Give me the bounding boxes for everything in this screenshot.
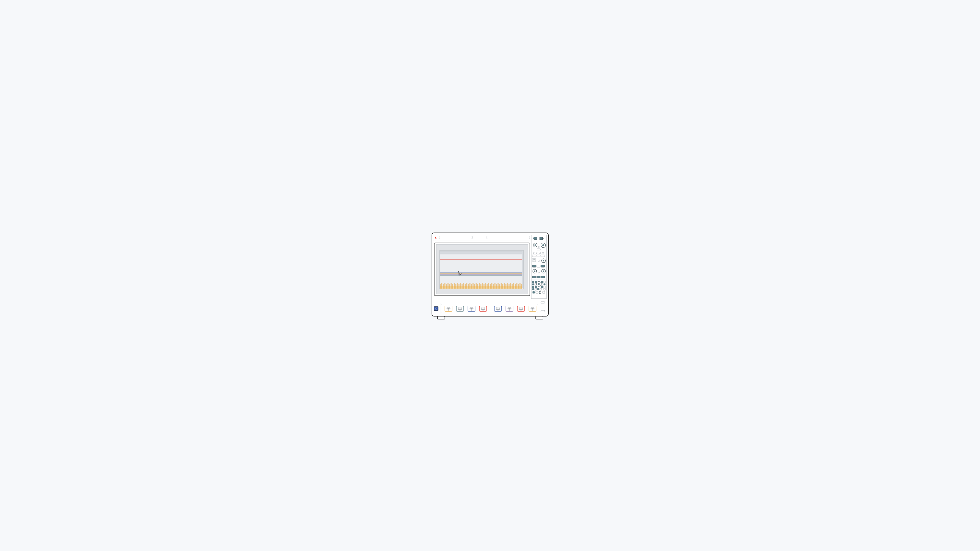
svg-point-49 — [543, 270, 544, 272]
svg-rect-70 — [537, 288, 539, 290]
svg-rect-118 — [541, 310, 545, 312]
svg-point-92 — [460, 308, 460, 309]
svg-rect-73 — [533, 291, 535, 294]
svg-point-27 — [542, 244, 544, 246]
svg-point-59 — [538, 283, 539, 285]
svg-point-96 — [471, 308, 472, 309]
svg-rect-50 — [532, 276, 536, 278]
svg-rect-9 — [440, 251, 523, 289]
bnc-ch6[interactable] — [506, 306, 513, 311]
svg-rect-60 — [532, 283, 534, 286]
svg-rect-55 — [535, 281, 537, 283]
bnc-ch2[interactable] — [456, 306, 464, 311]
svg-rect-54 — [532, 281, 534, 283]
svg-rect-2 — [536, 316, 543, 319]
svg-point-108 — [509, 308, 510, 309]
bnc-ch4[interactable] — [479, 306, 487, 311]
svg-rect-51 — [537, 276, 540, 278]
svg-point-116 — [532, 308, 533, 309]
svg-rect-11 — [440, 252, 522, 253]
oscilloscope-illustration — [312, 175, 668, 376]
bnc-ch7[interactable] — [517, 306, 525, 311]
svg-point-41 — [543, 260, 544, 261]
svg-point-104 — [498, 308, 498, 309]
svg-rect-65 — [535, 286, 537, 288]
svg-rect-1 — [438, 316, 445, 319]
control-panel — [531, 235, 546, 299]
button-row-2[interactable] — [532, 276, 545, 278]
small-button[interactable] — [537, 249, 541, 250]
svg-rect-64 — [532, 286, 534, 288]
svg-rect-42 — [532, 265, 536, 267]
svg-point-100 — [482, 308, 483, 309]
bnc-ch3[interactable] — [468, 306, 475, 311]
svg-rect-52 — [541, 276, 545, 278]
svg-rect-63 — [544, 283, 546, 286]
svg-point-88 — [448, 308, 449, 309]
svg-point-38 — [533, 260, 534, 261]
svg-rect-44 — [541, 265, 545, 267]
svg-point-76 — [539, 292, 540, 293]
svg-rect-117 — [541, 302, 545, 303]
power-button[interactable] — [434, 306, 438, 311]
device-feet — [438, 316, 543, 319]
svg-point-46 — [534, 270, 535, 272]
svg-rect-68 — [532, 288, 534, 290]
bnc-ch8[interactable] — [529, 306, 536, 311]
bnc-ch5[interactable] — [494, 306, 502, 311]
svg-point-112 — [520, 308, 521, 309]
svg-point-25 — [535, 244, 536, 246]
svg-rect-22 — [440, 286, 522, 289]
svg-rect-56 — [541, 281, 543, 283]
bnc-ch1[interactable] — [445, 306, 452, 311]
svg-rect-80 — [434, 306, 438, 311]
svg-rect-10 — [522, 251, 523, 288]
svg-rect-66 — [541, 286, 543, 288]
